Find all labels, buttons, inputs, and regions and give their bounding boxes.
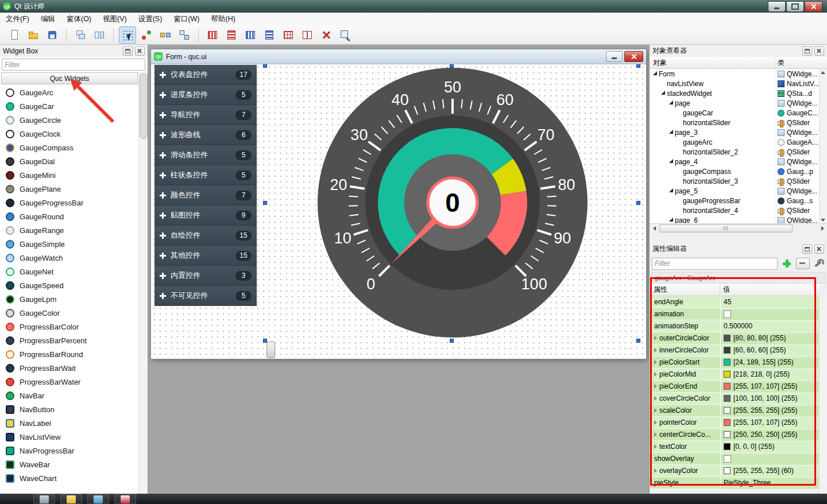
nav-category-item[interactable]: 内置控件 3 bbox=[154, 266, 257, 286]
property-row[interactable]: scaleColor [255, 255, 255] (255) bbox=[650, 405, 819, 417]
expander-icon[interactable] bbox=[668, 129, 674, 135]
menu-item[interactable]: 帮助(H) bbox=[206, 13, 241, 26]
adjust-size-button[interactable] bbox=[337, 26, 354, 44]
splitter-vertical-button[interactable] bbox=[261, 26, 278, 44]
nav-category-item[interactable]: 导航控件 7 bbox=[154, 105, 257, 125]
taskbar-button[interactable] bbox=[60, 494, 82, 504]
expander-icon[interactable] bbox=[676, 149, 682, 155]
nav-category-item[interactable]: 其他控件 15 bbox=[154, 246, 257, 266]
column-object[interactable]: 对象 bbox=[650, 58, 775, 68]
expander-icon[interactable] bbox=[654, 348, 657, 352]
object-tree-row[interactable]: navListView NavListV... bbox=[650, 79, 819, 88]
selection-handle[interactable] bbox=[636, 339, 640, 343]
widget-list-item[interactable]: GaugeProgressBar bbox=[0, 196, 138, 210]
close-panel-button[interactable] bbox=[814, 245, 824, 254]
form-close-button[interactable] bbox=[624, 51, 643, 62]
scrollbar-thumb[interactable] bbox=[659, 224, 793, 232]
nav-category-item[interactable]: 滑动条控件 5 bbox=[154, 145, 257, 165]
menu-item[interactable]: 窗体(O) bbox=[61, 13, 97, 26]
widget-list-item[interactable]: NavLabel bbox=[0, 416, 138, 430]
widget-list-item[interactable]: ProgressBarWait bbox=[0, 361, 138, 375]
edit-widgets-button[interactable] bbox=[119, 26, 136, 44]
widget-list-item[interactable]: ProgressBarColor bbox=[0, 320, 138, 334]
nav-category-item[interactable]: 自绘控件 15 bbox=[154, 226, 257, 246]
category-header-quc-widgets[interactable]: Quc Widgets bbox=[1, 72, 138, 84]
widget-list-item[interactable]: NavListView bbox=[0, 430, 138, 444]
property-row[interactable]: showOverlay bbox=[650, 453, 819, 465]
nav-category-item[interactable]: 仪表盘控件 17 bbox=[154, 65, 257, 85]
float-panel-button[interactable] bbox=[802, 46, 812, 56]
property-row[interactable]: outerCircleColor [80, 80, 80] (255) bbox=[650, 332, 819, 344]
widget-list-item[interactable]: GaugeCar bbox=[0, 99, 138, 113]
property-row[interactable]: animationStep 0.500000 bbox=[650, 320, 819, 332]
object-tree-row[interactable]: page_4 QWidge... bbox=[650, 157, 819, 166]
add-dynamic-property-button[interactable] bbox=[781, 258, 793, 269]
nav-category-item[interactable]: 贴图控件 9 bbox=[154, 206, 257, 226]
property-row[interactable]: endAngle 45 bbox=[650, 296, 819, 308]
layout-vertical-button[interactable] bbox=[223, 26, 240, 44]
expander-icon[interactable] bbox=[654, 384, 657, 389]
form-title-bar[interactable]: Qt Form - quc.ui bbox=[151, 49, 646, 64]
title-bar[interactable]: Qt Qt 设计师 bbox=[0, 0, 827, 13]
expander-icon[interactable] bbox=[660, 90, 666, 96]
selection-handle[interactable] bbox=[263, 339, 267, 343]
object-tree-horizontal-scrollbar[interactable] bbox=[650, 223, 827, 232]
object-tree-row[interactable]: horizontalSlider_3 QSlider bbox=[650, 176, 819, 186]
object-tree-row[interactable]: stackedWidget QSta...d bbox=[650, 88, 819, 98]
nav-category-item[interactable]: 波形曲线 6 bbox=[154, 125, 257, 145]
widget-list-item[interactable]: GaugeCompass bbox=[0, 141, 138, 154]
property-row[interactable]: pieStyle PieStyle_Three bbox=[650, 477, 819, 489]
expander-icon[interactable] bbox=[676, 110, 682, 116]
widget-list-item[interactable]: GaugeSpeed bbox=[0, 278, 138, 292]
column-class[interactable]: 类 bbox=[775, 58, 827, 68]
minimize-button[interactable] bbox=[768, 1, 786, 12]
float-panel-button[interactable] bbox=[123, 46, 133, 56]
widget-list-item[interactable]: GaugeMini bbox=[0, 168, 138, 182]
object-tree-vertical-scrollbar[interactable] bbox=[819, 69, 827, 223]
selection-handle[interactable] bbox=[263, 64, 267, 68]
expander-icon[interactable] bbox=[668, 188, 674, 194]
widget-filter-input[interactable] bbox=[2, 59, 145, 71]
widget-list-item[interactable]: GaugeNet bbox=[0, 265, 138, 278]
remove-dynamic-property-button[interactable] bbox=[796, 258, 810, 269]
layout-grid-button[interactable] bbox=[280, 26, 297, 44]
menu-item[interactable]: 窗口(W) bbox=[168, 13, 205, 26]
widget-list-item[interactable]: GaugeRange bbox=[0, 223, 138, 237]
expander-icon[interactable] bbox=[654, 468, 657, 473]
expander-icon[interactable] bbox=[668, 100, 674, 106]
object-tree-row[interactable]: horizontalSlider_4 QSlider bbox=[650, 206, 819, 215]
object-tree-row[interactable]: gaugeCompass Gaug...p bbox=[650, 166, 819, 176]
scroll-up-button[interactable] bbox=[820, 69, 826, 76]
property-column-header[interactable]: 属性 值 bbox=[650, 284, 820, 296]
widget-list-item[interactable]: GaugeArc bbox=[0, 86, 138, 99]
scroll-left-button[interactable] bbox=[650, 224, 659, 232]
window-cascade-button[interactable] bbox=[72, 26, 89, 44]
property-filter-input[interactable] bbox=[652, 258, 778, 270]
widget-list-item[interactable]: ProgressBarWater bbox=[0, 375, 138, 389]
menu-item[interactable]: 编辑 bbox=[35, 13, 61, 26]
widget-list-item[interactable]: WaveChart bbox=[0, 471, 138, 485]
close-panel-button[interactable] bbox=[135, 46, 145, 56]
widget-list-item[interactable]: NavBar bbox=[0, 389, 138, 402]
widget-list-item[interactable]: GaugeRound bbox=[0, 210, 138, 223]
column-value[interactable]: 值 bbox=[720, 285, 820, 294]
selection-handle[interactable] bbox=[636, 201, 640, 205]
form-window[interactable]: Qt Form - quc.ui 仪表盘控件 17 bbox=[150, 49, 647, 359]
menu-item[interactable]: 文件(F) bbox=[0, 13, 35, 26]
expander-icon[interactable] bbox=[654, 432, 657, 437]
expander-icon[interactable] bbox=[668, 158, 674, 165]
widget-list-item[interactable]: GaugeSimple bbox=[0, 237, 138, 251]
nav-category-item[interactable]: 不可见控件 5 bbox=[154, 286, 257, 306]
panel-splitter[interactable] bbox=[650, 232, 827, 243]
checkbox[interactable] bbox=[724, 311, 731, 318]
property-row[interactable]: pointerColor [255, 107, 107] (255) bbox=[650, 417, 819, 429]
form-canvas[interactable]: 仪表盘控件 17 进度条控件 5 导航控件 7 bbox=[152, 64, 646, 358]
expander-icon[interactable] bbox=[668, 217, 674, 223]
nav-category-item[interactable]: 颜色控件 7 bbox=[154, 185, 257, 206]
expander-icon[interactable] bbox=[652, 71, 658, 77]
taskbar-button[interactable] bbox=[114, 494, 136, 504]
expander-icon[interactable] bbox=[654, 408, 657, 413]
widget-list-item[interactable]: GaugeWatch bbox=[0, 251, 138, 265]
horizontal-slider-widget[interactable] bbox=[266, 342, 275, 358]
scroll-down-button[interactable] bbox=[820, 216, 826, 223]
